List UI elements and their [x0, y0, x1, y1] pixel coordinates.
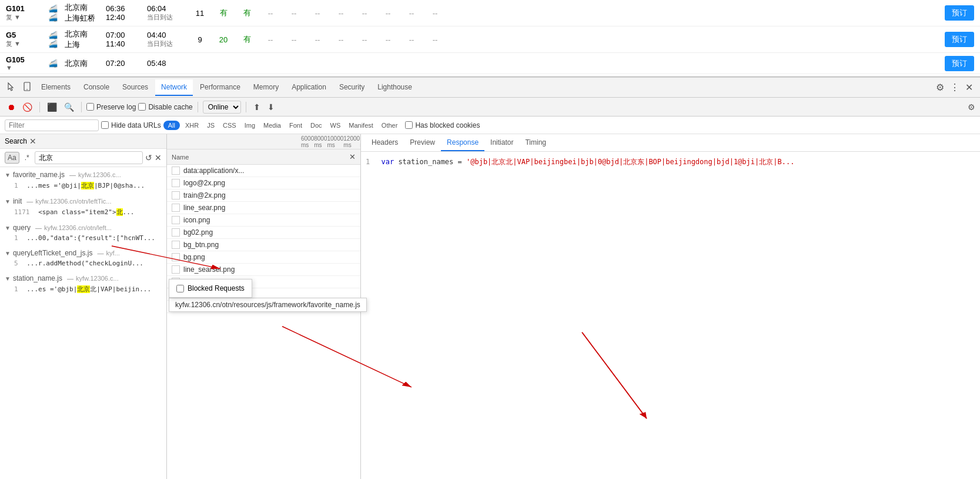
order-button[interactable]: 预订 [945, 5, 974, 21]
filter-type-doc[interactable]: Doc [307, 121, 325, 130]
train-id: G101 [6, 4, 41, 13]
search-file-header[interactable]: ▼ queryLeftTicket_end_js.js — kyf... [0, 248, 166, 258]
dash6: -- [376, 9, 400, 18]
list-item[interactable]: 5 ...r.addMethod("checkLoginU... [0, 258, 166, 268]
list-item[interactable]: train@2x.png [167, 189, 360, 202]
table-row: G105 ▼ 🚄 北京南 07:20 05:48 预订 [0, 53, 980, 74]
list-item[interactable]: bg.png [167, 251, 360, 264]
train-id-block: G5 复 ▼ [6, 31, 41, 48]
file-name: train@2x.png [183, 191, 226, 199]
search-input[interactable] [35, 151, 143, 164]
list-item[interactable]: 1 ...mes ='@bji|北京|BJP|0@sha... [0, 180, 166, 191]
filter-button[interactable]: ⬛ [45, 101, 59, 113]
search-file-group: ▼ queryLeftTicket_end_js.js — kyf... 5 .… [0, 248, 166, 268]
tab-console[interactable]: Console [78, 79, 115, 96]
network-throttle-select[interactable]: Online [203, 101, 241, 114]
tab-timing[interactable]: Timing [519, 135, 552, 151]
devtools-more-button[interactable]: ⋮ [948, 79, 962, 95]
network-settings-button[interactable]: ⚙ [968, 102, 975, 112]
search-file-header[interactable]: ▼ query — kyfw.12306.cn/otn/left... [0, 222, 166, 233]
train-route: 北京南 上海虹桥 [65, 2, 106, 24]
train-duration: 06:04 当日到达 [147, 4, 188, 22]
train-icons: 🚄 [41, 59, 65, 68]
list-item[interactable]: 1171 <span class="item2">北... [0, 207, 166, 218]
tab-initiator[interactable]: Initiator [484, 135, 519, 151]
search-file-header[interactable]: ▼ favorite_name.js — kyfw.12306.c... [0, 169, 166, 180]
response-content: 1 var station_names = '@bjb|北京北|VAP|beij… [361, 152, 980, 479]
filter-type-xhr[interactable]: XHR [182, 121, 202, 130]
match-case-button[interactable]: Aa [5, 152, 19, 164]
file-url: kyfw.12306.c... [78, 171, 121, 178]
import-button[interactable]: ⬆ [251, 101, 263, 113]
tab-headers[interactable]: Headers [366, 135, 404, 151]
list-item[interactable]: line_searsel.png [167, 264, 360, 276]
tab-lighthouse[interactable]: Lighthouse [372, 79, 418, 96]
search-file-header[interactable]: ▼ station_name.js — kyfw.12306.c... [0, 273, 166, 284]
train-duration: 05:48 [147, 59, 188, 68]
export-button[interactable]: ⬇ [265, 101, 277, 113]
search-file-group: ▼ favorite_name.js — kyfw.12306.c... 1 .… [0, 169, 166, 191]
tab-response[interactable]: Response [441, 135, 484, 151]
list-item[interactable]: icon.png [167, 214, 360, 227]
line-number: 1 [14, 234, 18, 242]
filter-type-font[interactable]: Font [286, 121, 305, 130]
list-item[interactable]: bg_btn.png [167, 239, 360, 251]
devtools-close-button[interactable]: ✕ [963, 79, 975, 95]
filter-type-css[interactable]: CSS [220, 121, 239, 130]
disable-cache-checkbox[interactable] [138, 103, 146, 111]
devtools-settings-button[interactable]: ⚙ [934, 79, 946, 95]
search-clear-button[interactable]: ✕ [155, 153, 162, 162]
has-blocked-cookies-checkbox[interactable] [405, 121, 413, 129]
mark-10000: 10000 ms [327, 135, 344, 148]
regex-button[interactable]: .* [22, 152, 32, 164]
filter-type-img[interactable]: Img [242, 121, 258, 130]
filter-type-all[interactable]: All [163, 121, 180, 130]
filter-type-manifest[interactable]: Manifest [346, 121, 376, 130]
record-button[interactable]: ⏺ [5, 101, 18, 113]
tab-performance[interactable]: Performance [194, 79, 246, 96]
hide-data-urls-checkbox[interactable] [101, 121, 109, 129]
search-file-header[interactable]: ▼ init — kyfw.12306.cn/otn/leftTic... [0, 196, 166, 207]
list-item[interactable]: 1 ...es ='@bjb|北京北|VAP|beijin... [0, 284, 166, 295]
file-url: kyfw.12306.c... [76, 275, 119, 282]
filter-input[interactable] [5, 119, 99, 131]
collapse-icon: ▼ [5, 250, 11, 257]
list-item[interactable]: logo@2x.png [167, 177, 360, 189]
list-item[interactable]: line_sear.png [167, 202, 360, 214]
tab-application[interactable]: Application [286, 79, 332, 96]
network-toolbar: ⏺ 🚫 ⬛ 🔍 Preserve log Disable cache Onlin… [0, 98, 980, 117]
list-item[interactable]: bg02.png [167, 227, 360, 239]
device-toggle-button[interactable] [20, 79, 34, 96]
tab-network[interactable]: Network [155, 79, 193, 96]
blocked-requests-checkbox[interactable] [176, 285, 184, 292]
order-button[interactable]: 预订 [945, 32, 974, 47]
line-number: 1 [366, 158, 370, 166]
filter-type-ws[interactable]: WS [327, 121, 344, 130]
dash8: -- [423, 35, 447, 44]
tab-sources[interactable]: Sources [116, 79, 154, 96]
order-button[interactable]: 预订 [945, 56, 974, 71]
mark-12000: 12000 ms [343, 135, 360, 148]
list-item[interactable]: data:application/x... [167, 165, 360, 177]
toolbar-divider [81, 102, 82, 112]
filter-type-other[interactable]: Other [379, 121, 401, 130]
filter-type-js[interactable]: JS [204, 121, 218, 130]
inspect-icon-button[interactable] [5, 79, 19, 96]
tab-memory[interactable]: Memory [247, 79, 285, 96]
tab-preview[interactable]: Preview [404, 135, 441, 151]
search-button[interactable]: 🔍 [62, 101, 76, 113]
list-item[interactable]: 1 ...00,"data":{"result":["hcnWT... [0, 233, 166, 243]
hide-data-urls-label[interactable]: Hide data URLs [101, 121, 161, 129]
search-refresh-button[interactable]: ↺ [145, 153, 152, 162]
tab-security[interactable]: Security [333, 79, 370, 96]
has-blocked-cookies-label[interactable]: Has blocked cookies [405, 121, 480, 129]
preserve-log-checkbox[interactable] [86, 103, 94, 111]
file-list-close-button[interactable]: ✕ [349, 152, 356, 161]
filter-type-media[interactable]: Media [260, 121, 284, 130]
clear-button[interactable]: 🚫 [20, 101, 35, 113]
file-separator: — [69, 171, 76, 178]
preserve-log-label[interactable]: Preserve log [86, 103, 136, 111]
disable-cache-label[interactable]: Disable cache [138, 103, 192, 111]
search-close-button[interactable]: ✕ [29, 137, 36, 146]
tab-elements[interactable]: Elements [35, 79, 76, 96]
